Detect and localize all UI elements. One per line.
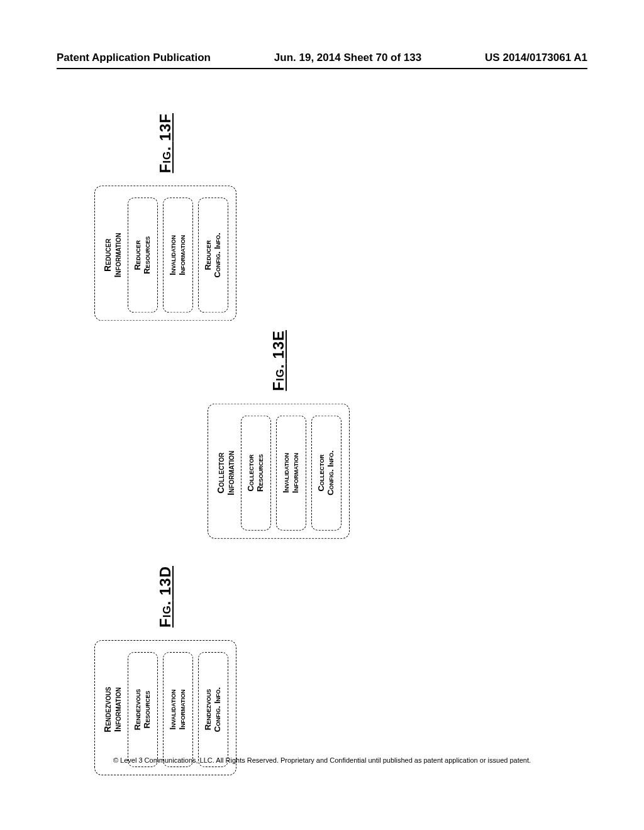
caption-number: 13D bbox=[157, 566, 174, 595]
invalidation-info-box: Invalidation Information bbox=[163, 652, 193, 767]
title-line: Information bbox=[226, 451, 236, 495]
figure-13e: Collector Information Collector Resource… bbox=[208, 330, 346, 544]
header-right: US 2014/0173061 A1 bbox=[485, 52, 587, 64]
reducer-info-title: Reducer Information bbox=[103, 197, 123, 313]
box-line: Reducer bbox=[133, 240, 142, 270]
invalidation-info-box: Invalidation Information bbox=[276, 416, 306, 531]
reducer-config-box: Reducer Config. Info. bbox=[198, 197, 228, 313]
box-line: Resources bbox=[255, 454, 265, 492]
header-left: Patent Application Publication bbox=[57, 52, 211, 64]
box-line: Information bbox=[177, 235, 187, 275]
figure-caption-13d: Fig. 13D bbox=[157, 566, 174, 628]
invalidation-info-box: Invalidation Information bbox=[163, 197, 193, 313]
page-header: Patent Application Publication Jun. 19, … bbox=[57, 52, 587, 64]
box-line: Config. Info. bbox=[213, 687, 222, 732]
title-line: Collector bbox=[216, 453, 226, 494]
box-line: Config. Info. bbox=[213, 233, 222, 277]
caption-prefix: Fig. bbox=[157, 600, 174, 628]
box-line: Reducer bbox=[203, 240, 213, 270]
box-line: Information bbox=[177, 690, 187, 730]
collector-info-box: Collector Information Collector Resource… bbox=[208, 404, 350, 539]
caption-prefix: Fig. bbox=[270, 363, 287, 390]
title-line: Reducer bbox=[103, 239, 113, 272]
caption-number: 13E bbox=[270, 330, 287, 359]
box-line: Information bbox=[291, 453, 300, 493]
reducer-info-box: Reducer Information Reducer Resources In… bbox=[94, 185, 236, 321]
figure-caption-13f: Fig. 13F bbox=[157, 113, 174, 173]
title-line: Information bbox=[113, 687, 123, 732]
box-line: Config. Info. bbox=[326, 450, 335, 495]
box-line: Resources bbox=[142, 236, 152, 274]
box-line: Invalidation bbox=[168, 690, 177, 730]
rendezvous-info-title: Rendezvous Information bbox=[103, 652, 123, 767]
caption-prefix: Fig. bbox=[157, 146, 174, 173]
box-line: Resources bbox=[142, 691, 152, 729]
content-area: Reducer Information Reducer Resources In… bbox=[57, 88, 587, 729]
figure-13f: Reducer Information Reducer Resources In… bbox=[94, 113, 233, 327]
collector-info-title: Collector Information bbox=[216, 416, 236, 531]
collector-config-box: Collector Config. Info. bbox=[311, 416, 341, 531]
caption-number: 13F bbox=[157, 113, 174, 141]
collector-resources-box: Collector Resources bbox=[241, 416, 271, 531]
figure-13d: Rendezvous Information Rendezvous Resour… bbox=[94, 566, 233, 780]
reducer-resources-box: Reducer Resources bbox=[128, 197, 158, 313]
header-center: Jun. 19, 2014 Sheet 70 of 133 bbox=[274, 52, 421, 64]
footer-copyright: © Level 3 Communications, LLC. All Right… bbox=[0, 756, 644, 764]
box-line: Collector bbox=[246, 455, 255, 492]
box-line: Invalidation bbox=[281, 453, 291, 493]
title-line: Rendezvous bbox=[103, 687, 113, 732]
box-line: Collector bbox=[316, 455, 326, 492]
box-line: Rendezvous bbox=[133, 689, 142, 730]
rendezvous-resources-box: Rendezvous Resources bbox=[128, 652, 158, 767]
figure-caption-13e: Fig. 13E bbox=[270, 330, 287, 391]
rendezvous-info-box: Rendezvous Information Rendezvous Resour… bbox=[94, 640, 236, 775]
header-rule bbox=[57, 68, 587, 69]
box-line: Invalidation bbox=[168, 235, 177, 275]
title-line: Information bbox=[113, 233, 123, 277]
box-line: Rendezvous bbox=[203, 689, 213, 730]
rendezvous-config-box: Rendezvous Config. Info. bbox=[198, 652, 228, 767]
